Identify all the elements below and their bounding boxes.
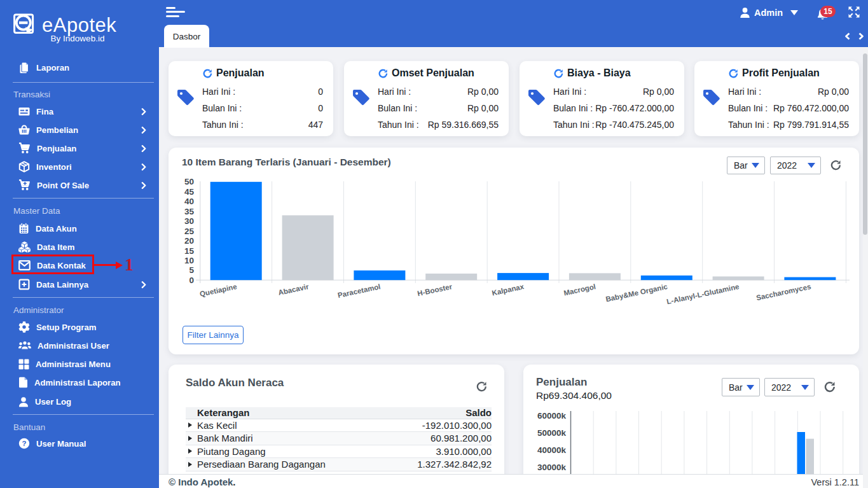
svg-text:15: 15 [184, 246, 195, 256]
svg-text:Paracetamol: Paracetamol [337, 282, 381, 299]
svg-text:Kalpanax: Kalpanax [491, 282, 525, 296]
svg-text:60000k: 60000k [537, 411, 567, 421]
svg-text:Macrogol: Macrogol [563, 282, 596, 296]
svg-text:Baby&Me Organic: Baby&Me Organic [605, 282, 668, 303]
svg-text:25: 25 [184, 227, 195, 236]
svg-text:H-Booster: H-Booster [417, 282, 453, 297]
svg-text:45: 45 [184, 187, 195, 197]
svg-text:20: 20 [184, 236, 194, 246]
svg-text:Saccharomyces: Saccharomyces [755, 282, 811, 302]
svg-text:Quetiapine: Quetiapine [199, 282, 238, 298]
svg-text:40000k: 40000k [537, 445, 567, 455]
svg-text:50000k: 50000k [537, 428, 567, 438]
svg-text:40: 40 [184, 197, 194, 206]
svg-text:?: ? [22, 440, 26, 447]
svg-text:35: 35 [184, 207, 195, 216]
svg-text:0: 0 [189, 275, 194, 285]
svg-text:50: 50 [184, 177, 194, 186]
svg-text:30000k: 30000k [537, 463, 567, 472]
svg-text:10: 10 [184, 256, 194, 265]
svg-text:L-Alanyl-L-Glutamine: L-Alanyl-L-Glutamine [666, 282, 740, 304]
svg-text:30: 30 [184, 216, 194, 226]
svg-text:5: 5 [189, 265, 194, 275]
svg-text:Abacavir: Abacavir [277, 282, 310, 296]
